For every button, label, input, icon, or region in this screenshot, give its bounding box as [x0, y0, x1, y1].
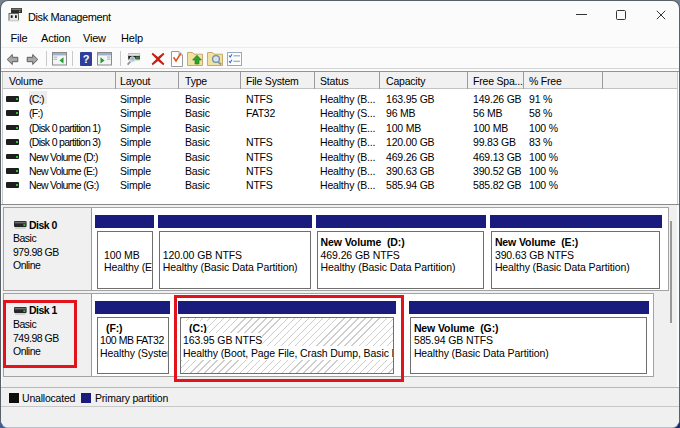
svg-text:?: ? — [83, 53, 90, 65]
